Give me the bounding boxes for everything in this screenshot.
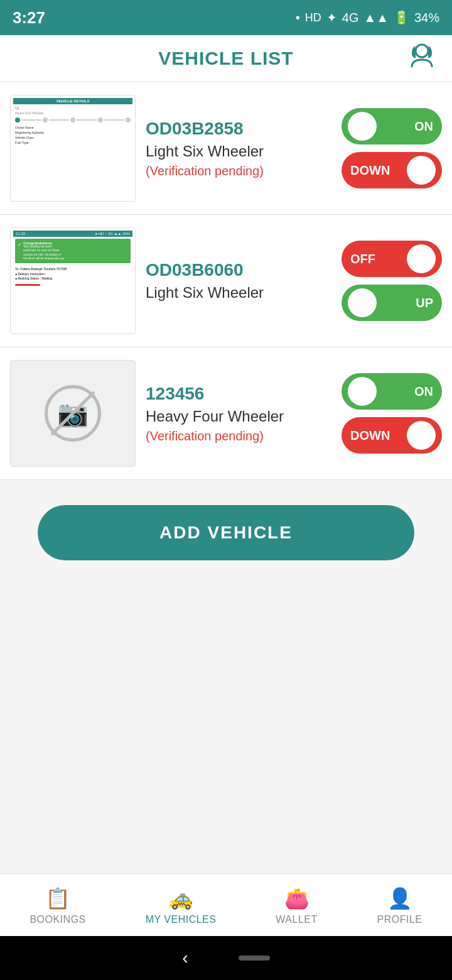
wallet-label: WALLET [276, 914, 317, 925]
system-navigation: ‹ [0, 936, 452, 980]
nav-bookings[interactable]: 📋 BOOKINGS [30, 886, 85, 925]
toggle-on-1[interactable]: ON [342, 108, 442, 144]
vehicle-card-3: 📷 123456 Heavy Four Wheeler (Verificatio… [0, 347, 452, 480]
vehicle-thumbnail-2: 11:39 ● HD ↑ 4G ▲▲ 29% ✓ Congratulations… [10, 227, 136, 334]
network-indicator: • [296, 11, 300, 25]
signal-bars: ▲▲ [363, 11, 389, 25]
vehicle-id-2: OD03B6060 [146, 260, 331, 280]
toggle-down-3[interactable]: DOWN [342, 417, 442, 454]
status-icons: • HD ✦ 4G ▲▲ 🔋 34% [296, 10, 439, 25]
back-button[interactable]: ‹ [182, 948, 188, 968]
camera-icon: 📷 [57, 399, 89, 428]
hd-indicator: HD [305, 11, 321, 24]
page-title: VEHICLE LIST [158, 48, 293, 69]
vehicle-info-3: 123456 Heavy Four Wheeler (Verification … [146, 384, 331, 444]
vehicle-id-1: OD03B2858 [146, 119, 331, 139]
my-vehicles-icon: 🚕 [168, 886, 193, 910]
page-header: VEHICLE LIST [0, 35, 452, 82]
vehicle-toggles-2: OFF UP [342, 241, 442, 321]
status-bar: 3:27 • HD ✦ 4G ▲▲ 🔋 34% [0, 0, 452, 35]
battery-level: 34% [414, 11, 439, 25]
bottom-navigation: 📋 BOOKINGS 🚕 MY VEHICLES 👛 WALLET 👤 PROF… [0, 873, 452, 936]
nav-profile[interactable]: 👤 PROFILE [377, 886, 422, 925]
4g-label: 4G [342, 11, 359, 25]
profile-label: PROFILE [377, 914, 422, 925]
vehicle-card-1: VEHICLE DETAILS hjjj Heavy Four Wheeler [0, 82, 452, 215]
nav-my-vehicles[interactable]: 🚕 MY VEHICLES [146, 886, 217, 925]
wallet-icon: 👛 [284, 886, 309, 910]
status-time: 3:27 [13, 8, 45, 28]
vehicle-status-3: (Verification pending) [146, 429, 331, 444]
battery-icon: 🔋 [394, 10, 409, 25]
toggle-knob [407, 421, 436, 450]
vehicle-id-3: 123456 [146, 384, 331, 404]
signal-icon: ✦ [326, 10, 337, 25]
add-vehicle-button[interactable]: ADD VEHICLE [38, 505, 414, 560]
toggle-off-2[interactable]: OFF [342, 241, 442, 277]
support-icon[interactable] [407, 41, 437, 77]
bookings-label: BOOKINGS [30, 914, 85, 925]
svg-point-0 [416, 45, 428, 57]
toggle-knob [348, 112, 377, 141]
vehicle-type-3: Heavy Four Wheeler [146, 408, 331, 425]
bottom-spacer [0, 729, 452, 873]
my-vehicles-label: MY VEHICLES [146, 914, 217, 925]
vehicle-status-1: (Verification pending) [146, 164, 331, 178]
vehicle-type-1: Light Six Wheeler [146, 143, 331, 160]
toggle-knob [348, 377, 377, 406]
toggle-down-1[interactable]: DOWN [342, 152, 442, 188]
vehicle-card-2: 11:39 ● HD ↑ 4G ▲▲ 29% ✓ Congratulations… [0, 215, 452, 347]
vehicle-toggles-3: ON DOWN [342, 373, 442, 454]
no-camera-icon: 📷 [45, 385, 101, 442]
vehicle-thumbnail-3: 📷 [10, 360, 136, 467]
vehicle-list: VEHICLE DETAILS hjjj Heavy Four Wheeler [0, 82, 452, 729]
toggle-on-3[interactable]: ON [342, 373, 442, 410]
vehicle-type-2: Light Six Wheeler [146, 284, 331, 302]
add-vehicle-section: ADD VEHICLE [0, 480, 452, 585]
bookings-icon: 📋 [45, 886, 70, 910]
no-photo-placeholder: 📷 [11, 361, 135, 466]
home-indicator[interactable] [239, 956, 270, 961]
vehicle-info-2: OD03B6060 Light Six Wheeler [146, 260, 331, 302]
vehicle-toggles-1: ON DOWN [342, 108, 442, 188]
nav-wallet[interactable]: 👛 WALLET [276, 886, 317, 925]
toggle-knob [348, 288, 377, 317]
profile-icon: 👤 [387, 886, 412, 910]
vehicle-thumbnail-1: VEHICLE DETAILS hjjj Heavy Four Wheeler [10, 95, 136, 202]
toggle-knob [407, 156, 436, 185]
toggle-up-2[interactable]: UP [342, 285, 442, 321]
vehicle-info-1: OD03B2858 Light Six Wheeler (Verificatio… [146, 119, 331, 178]
toggle-knob [407, 244, 436, 273]
screenshot1-header: VEHICLE DETAILS [13, 98, 132, 104]
